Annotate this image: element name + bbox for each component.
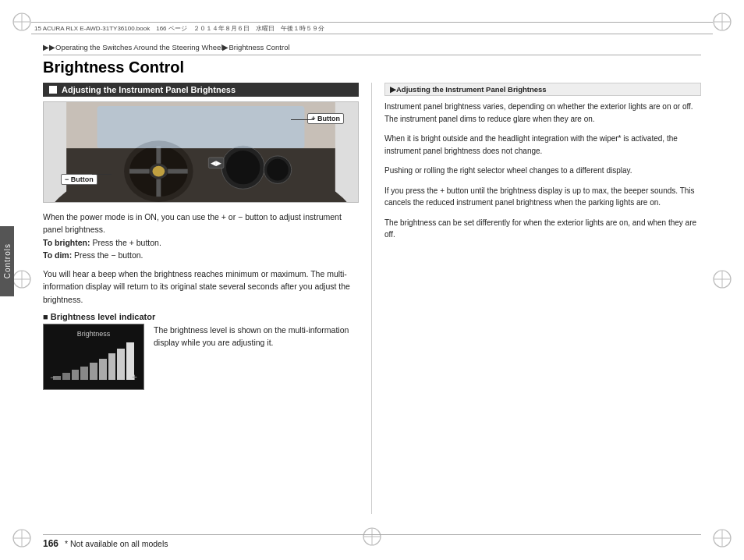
brightness-bar-2: [62, 373, 70, 380]
minus-button-label: − Button: [61, 174, 97, 185]
right-para-5: The brightness can be set differently fo…: [384, 217, 701, 241]
brightness-bar-6: [99, 359, 107, 380]
corner-mark-br: [711, 527, 733, 549]
right-section-header: ▶Adjusting the Instrument Panel Brightne…: [384, 83, 701, 96]
brightness-bar-4: [80, 367, 88, 380]
svg-point-35: [267, 159, 289, 181]
right-para-1: Instrument panel brightness varies, depe…: [384, 101, 701, 125]
side-tab-controls: Controls: [0, 226, 14, 296]
footnote-text: * Not available on all models: [65, 539, 168, 548]
brightness-bar-3: [72, 370, 80, 379]
brightness-bar-7: [108, 353, 116, 380]
left-section-header-text: Adjusting the Instrument Panel Brightnes…: [62, 85, 236, 94]
two-column-layout: Adjusting the Instrument Panel Brightnes…: [43, 83, 701, 514]
svg-rect-39: [97, 106, 305, 148]
right-para-4: If you press the + button until the brig…: [384, 185, 701, 209]
dashboard-image: ◀▶ + Button − Button: [43, 101, 359, 203]
brightness-display-box: Brightness −: [43, 324, 144, 390]
brightness-indicator-header: ■ Brightness level indicator: [43, 312, 359, 321]
right-column: ▶Adjusting the Instrument Panel Brightne…: [372, 83, 701, 514]
svg-point-33: [226, 151, 260, 184]
svg-rect-23: [66, 148, 335, 202]
right-para-3: Pushing or rolling the right selector wh…: [384, 165, 701, 177]
meta-bar: 15 ACURA RLX E-AWD-31TY36100.book 166 ペー…: [31, 22, 713, 34]
plus-button-label: + Button: [307, 113, 344, 124]
square-icon: [49, 86, 57, 94]
corner-mark-tl: [11, 11, 33, 33]
corner-mark-tr: [711, 11, 733, 33]
dim-label: To dim:: [43, 250, 72, 260]
brightness-bars-container: [53, 342, 134, 380]
svg-point-31: [152, 166, 165, 177]
page-number: 166: [43, 538, 58, 549]
side-tab-label: Controls: [3, 243, 12, 278]
left-section-header: Adjusting the Instrument Panel Brightnes…: [43, 83, 359, 97]
brightness-bar-8: [117, 349, 125, 380]
brightness-indicator-body: The brightness level is shown on the mul…: [154, 324, 359, 349]
brightness-indicator-section: ■ Brightness level indicator Brightness: [43, 312, 359, 390]
center-cross-right: [711, 268, 733, 292]
center-cross-left: [11, 268, 33, 292]
main-content: Brightness Control Adjusting the Instrum…: [43, 58, 701, 521]
meta-text: 15 ACURA RLX E-AWD-31TY36100.book 166 ペー…: [34, 24, 324, 33]
brighten-label: To brighten:: [43, 238, 90, 247]
corner-mark-bl: [11, 527, 33, 549]
left-body-text-2: You will hear a beep when the brightness…: [43, 268, 359, 306]
brightness-display-label: Brightness: [44, 330, 143, 338]
brightness-bar-5: [90, 363, 97, 380]
right-para-2: When it is bright outside and the headli…: [384, 133, 701, 157]
page-title: Brightness Control: [43, 58, 701, 76]
brightness-plus-symbol: +: [132, 372, 137, 383]
brightness-minus-symbol: −: [50, 372, 55, 383]
svg-text:◀▶: ◀▶: [211, 159, 221, 167]
footer: 166 * Not available on all models: [43, 534, 701, 549]
left-column: Adjusting the Instrument Panel Brightnes…: [43, 83, 372, 514]
breadcrumb: ▶▶Operating the Switches Around the Stee…: [43, 43, 701, 55]
brightness-indicator-row: Brightness −: [43, 324, 359, 390]
right-body-text: Instrument panel brightness varies, depe…: [384, 101, 701, 241]
left-body-text-1: When the power mode is in ON, you can us…: [43, 211, 359, 261]
breadcrumb-text: ▶▶Operating the Switches Around the Stee…: [43, 43, 290, 51]
